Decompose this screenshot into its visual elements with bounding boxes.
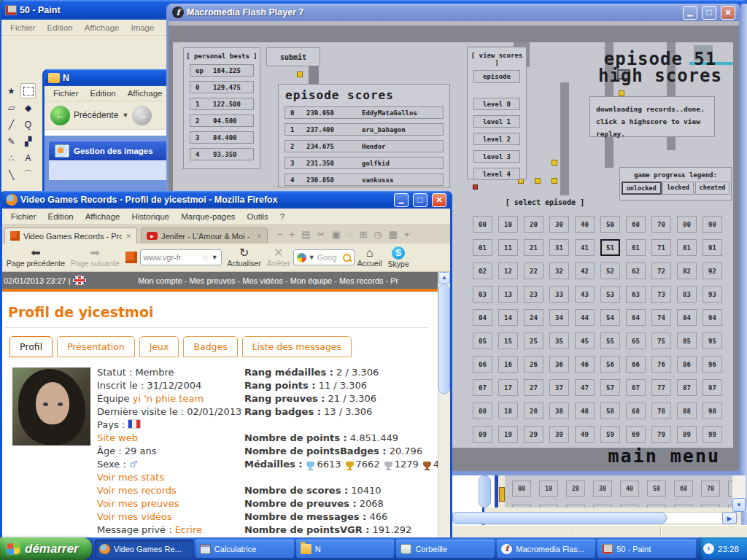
- copy-icon[interactable]: ▣: [331, 229, 340, 240]
- background-hscrollbar-thumb[interactable]: [452, 512, 667, 524]
- uk-flag-icon[interactable]: [74, 276, 85, 284]
- episode-11[interactable]: 11: [498, 239, 518, 256]
- episode-53[interactable]: 53: [600, 286, 620, 303]
- episode-68[interactable]: 68: [626, 402, 646, 419]
- episode-50[interactable]: 50: [600, 216, 620, 233]
- button-level-2[interactable]: level 2: [473, 133, 520, 145]
- episode-47[interactable]: 47: [575, 379, 595, 396]
- profile-link[interactable]: Voir mes vidéos: [97, 511, 172, 522]
- episode-03[interactable]: 03: [473, 286, 492, 303]
- menu-affichage[interactable]: Affichage: [80, 211, 126, 222]
- episode-13[interactable]: 13: [498, 286, 518, 303]
- episode-12[interactable]: 12: [498, 262, 518, 279]
- episode-72[interactable]: 72: [651, 262, 671, 279]
- episode-45[interactable]: 45: [575, 332, 595, 349]
- button-level-1[interactable]: level 1: [473, 115, 520, 128]
- episode-37[interactable]: 37: [549, 379, 569, 396]
- episode-71[interactable]: 71: [651, 239, 671, 256]
- episode-02[interactable]: 02: [473, 262, 492, 279]
- taskbar-item-recycle-bin[interactable]: Corbeille: [396, 540, 495, 558]
- episode-51[interactable]: 51: [600, 239, 620, 256]
- episode-84[interactable]: 84: [677, 309, 697, 326]
- episode-07[interactable]: 07: [473, 379, 492, 396]
- episode-button[interactable]: episode: [473, 70, 520, 83]
- legend-locked[interactable]: locked: [662, 182, 694, 195]
- paint-tool-fill[interactable]: ◆: [20, 100, 36, 115]
- episode-60[interactable]: 60: [626, 216, 646, 233]
- paint-tool-line[interactable]: ╲: [4, 167, 19, 182]
- menu-image[interactable]: Image: [125, 22, 160, 34]
- personal-best-row[interactable]: 0129.475: [190, 81, 254, 93]
- episode-94[interactable]: 94: [703, 309, 722, 326]
- stop-button[interactable]: ✕Arrêter: [264, 244, 293, 271]
- episode-62[interactable]: 62: [626, 262, 646, 279]
- url-dropdown-caret[interactable]: ▼: [212, 254, 218, 261]
- episode-58[interactable]: 58: [600, 402, 620, 419]
- episode-79[interactable]: 79: [651, 426, 671, 443]
- menu-?[interactable]: ?: [274, 211, 290, 222]
- profile-tab-badges[interactable]: Badges: [183, 336, 237, 357]
- episode-54[interactable]: 54: [600, 309, 620, 326]
- firefox-titlebar[interactable]: Video Games Records - Profil de yicestmo…: [2, 191, 450, 209]
- episode-08[interactable]: 08: [473, 402, 492, 419]
- episode-20[interactable]: 20: [524, 216, 543, 233]
- episode-98[interactable]: 98: [703, 402, 722, 419]
- episode-90[interactable]: 90: [703, 216, 722, 233]
- skype-button[interactable]: SSkype: [385, 244, 412, 271]
- episode-40[interactable]: 40: [575, 216, 595, 233]
- episode-81[interactable]: 81: [677, 239, 697, 256]
- close-button[interactable]: [432, 193, 446, 207]
- episode-75[interactable]: 75: [651, 332, 671, 349]
- episode-57[interactable]: 57: [600, 379, 620, 396]
- spinner-icon[interactable]: ◌: [347, 229, 353, 240]
- episode-86[interactable]: 86: [677, 356, 697, 373]
- episode-46[interactable]: 46: [575, 356, 595, 373]
- paint-tool-airbrush[interactable]: ∴: [4, 150, 19, 166]
- profile-link[interactable]: Voir mes preuves: [97, 498, 179, 509]
- episode-17[interactable]: 17: [498, 379, 518, 396]
- episode-score-row[interactable]: 4230.850vankusss: [285, 174, 444, 186]
- episode-41[interactable]: 41: [575, 239, 595, 256]
- forward-button[interactable]: ➡Page suivante: [68, 244, 123, 271]
- episode-05[interactable]: 05: [473, 332, 492, 349]
- episode-56[interactable]: 56: [600, 356, 620, 373]
- menu-fichier[interactable]: Fichier: [5, 211, 42, 222]
- episode-92[interactable]: 92: [703, 262, 722, 279]
- paste-icon[interactable]: ▤: [301, 229, 310, 240]
- episode-27[interactable]: 27: [524, 379, 543, 396]
- menu-fichier[interactable]: Fichier: [4, 22, 42, 34]
- episode-65[interactable]: 65: [626, 332, 646, 349]
- episode-63[interactable]: 63: [626, 286, 646, 303]
- personal-best-row[interactable]: 294.500: [190, 114, 254, 127]
- paint-tool-color-picker[interactable]: ╱: [4, 117, 19, 132]
- episode-04[interactable]: 04: [473, 309, 492, 326]
- episode-15[interactable]: 15: [498, 332, 518, 349]
- episode-64[interactable]: 64: [626, 309, 646, 326]
- episode-10[interactable]: 10: [498, 216, 518, 233]
- button-level-3[interactable]: level 3: [473, 150, 520, 163]
- submit-button[interactable]: submit: [266, 47, 320, 66]
- episode-88[interactable]: 88: [677, 402, 697, 419]
- bookmark-star-icon[interactable]: ☆: [202, 253, 209, 262]
- episode-39[interactable]: 39: [549, 426, 569, 443]
- tab-close-icon[interactable]: ✕: [256, 233, 262, 240]
- search-input[interactable]: ▼ Goog: [293, 249, 355, 265]
- episode-32[interactable]: 32: [549, 262, 569, 279]
- episode-97[interactable]: 97: [703, 379, 722, 396]
- profile-link[interactable]: Voir mes records: [97, 485, 177, 496]
- tab-close-icon[interactable]: ✕: [125, 233, 131, 240]
- background-scrollbar-thumb[interactable]: [479, 475, 491, 508]
- episode-30[interactable]: 30: [549, 216, 569, 233]
- episode-14[interactable]: 14: [498, 309, 518, 326]
- legend-unlocked[interactable]: unlocked: [622, 182, 662, 195]
- tab-jenifer-youtube[interactable]: ▶ Jenifer - L'Amour & Moi - Yo... ✕: [141, 228, 268, 244]
- button-level-0[interactable]: level 0: [473, 98, 520, 110]
- episode-69[interactable]: 69: [626, 426, 646, 443]
- profile-link[interactable]: Voir mes stats: [97, 472, 164, 483]
- legend-cheated[interactable]: cheated: [695, 182, 730, 195]
- episode-score-row[interactable]: 1237.400eru_bahagon: [285, 123, 444, 136]
- episode-48[interactable]: 48: [575, 402, 595, 419]
- episode-70[interactable]: 70: [651, 216, 671, 233]
- episode-33[interactable]: 33: [549, 286, 569, 303]
- episode-34[interactable]: 34: [549, 309, 569, 326]
